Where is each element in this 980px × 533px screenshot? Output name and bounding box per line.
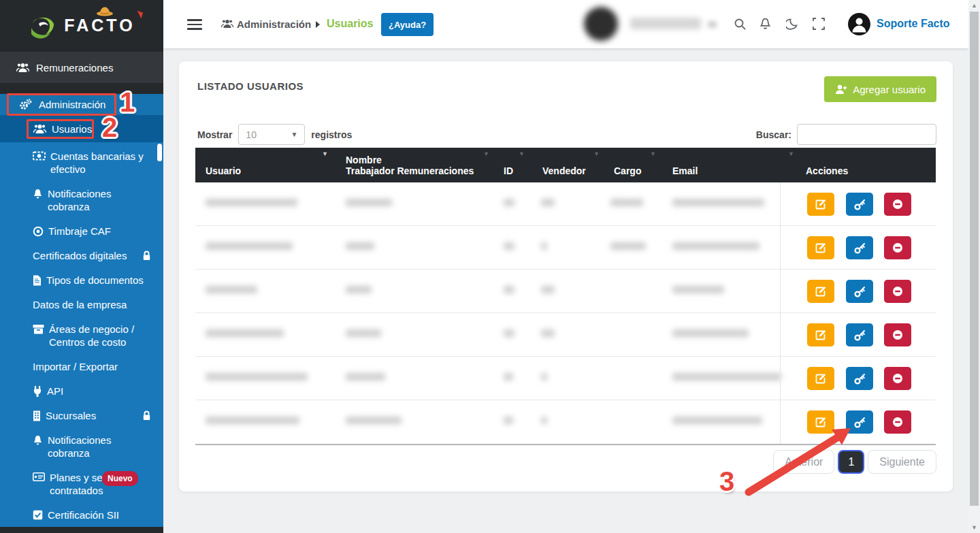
annotation-step-1: 1 [120,88,135,116]
redacted-cell-nombre [346,242,374,250]
disable-user-button[interactable] [884,323,911,346]
check-icon [33,510,43,520]
disable-user-button[interactable] [884,280,911,303]
pagination-next-button[interactable]: Siguiente [868,450,936,474]
redacted-cell-id [504,242,514,250]
page-scrollbar[interactable]: ▲ ▼ [968,0,980,533]
show-label: Mostrar [197,129,232,140]
sidebar-item-label: Timbraje CAF [48,225,111,238]
sidebar-item-importar-exportar[interactable]: Importar / Exportar [33,360,157,373]
fullscreen-icon[interactable] [813,18,825,30]
reset-password-button[interactable] [846,236,873,259]
nuevo-badge: Nuevo [102,471,138,486]
target-icon [33,226,44,237]
lock-icon [142,251,151,261]
scrollbar-thumb[interactable] [970,12,979,506]
redacted-cell-email [672,242,760,250]
table-row [195,226,936,270]
breadcrumb-section[interactable]: Administración [237,18,311,30]
bell-icon [33,189,43,199]
sidebar-item-areas-de-negocio-centros-de-costo[interactable]: Áreas de negocio / Centros de costo [33,323,157,349]
edit-user-button[interactable] [807,236,834,259]
column-header-acciones: Acciones [806,165,848,176]
redacted-cell-nombre [346,329,381,337]
add-user-button[interactable]: Agregar usuario [824,76,936,102]
redacted-cell-vendedor [541,329,555,337]
sidebar-item-remuneraciones[interactable]: Remuneraciones [0,52,163,83]
redacted-cell-id [504,417,513,424]
edit-user-button[interactable] [807,367,834,390]
support-user-label[interactable]: Soporte Facto [877,18,950,30]
sort-icon[interactable]: ▼ [788,150,794,157]
column-header-email[interactable]: Email [672,165,698,176]
edit-user-button[interactable] [807,193,834,216]
help-button[interactable]: ¿Ayuda? [381,13,434,36]
column-header-cargo[interactable]: Cargo [614,165,641,176]
sort-icon[interactable]: ▼ [650,150,656,157]
sidebar-item-datos-de-la-empresa[interactable]: Datos de la empresa [33,298,157,311]
logo-accent [135,10,142,18]
sidebar-item-sucursales[interactable]: Sucursales [33,409,157,422]
page-size-control: Mostrar 10 ▼ registros [197,124,352,145]
disable-user-button[interactable] [884,193,911,216]
menu-toggle-icon[interactable] [187,19,202,33]
sidebar-item-timbraje-caf[interactable]: Timbraje CAF [33,225,157,238]
sidebar-item-label: Certificación SII [48,508,119,521]
scroll-up-icon[interactable]: ▲ [968,2,980,9]
sort-icon[interactable]: ▼ [593,150,600,157]
redacted-cell-email [672,373,781,381]
redacted-cell-vendedor [541,417,547,424]
reset-password-button[interactable] [846,367,873,390]
breadcrumb-users-icon [221,19,233,29]
user-avatar[interactable] [848,13,870,35]
app-root: FACTO Remuneraciones [0,0,980,533]
dark-mode-moon-icon[interactable] [786,18,798,30]
page-size-select[interactable]: 10 ▼ [238,124,305,145]
sort-icon[interactable]: ▼ [483,150,489,157]
reset-password-button[interactable] [846,280,873,303]
sidebar-item-planes-y-servicios-contratados[interactable]: Planes y servicios contratadosNuevo [33,471,157,497]
sidebar-item-label: Notificaciones cobranza [48,187,152,213]
sidebar-item-label: Sucursales [46,409,96,422]
redacted-cell-usuario [206,286,257,293]
disable-user-button[interactable] [884,236,911,259]
disable-user-button[interactable] [884,410,911,434]
sidebar-item-cuentas-bancarias-y-efectivo[interactable]: Cuentas bancarias y efectivo [33,150,157,176]
reset-password-button[interactable] [846,193,873,216]
reset-password-button[interactable] [846,323,873,346]
disable-user-button[interactable] [884,367,911,390]
search-input[interactable] [797,124,936,145]
sidebar-item-tipos-de-documentos[interactable]: Tipos de documentos [33,274,157,287]
sidebar-scrollbar-thumb[interactable] [157,144,162,161]
redacted-cell-id [504,329,514,337]
redacted-cell-usuario [206,242,293,250]
column-header-usuario[interactable]: Usuario [206,165,241,176]
sidebar-item-certificados-digitales[interactable]: Certificados digitales [33,249,157,262]
logo-swirl-icon [28,10,58,40]
brand-logo[interactable]: FACTO [0,0,163,50]
sidebar-item-notificaciones-cobranza[interactable]: Notificaciones cobranza [33,434,157,459]
redacted-cell-cargo [610,199,643,206]
edit-user-button[interactable] [807,323,834,346]
column-header-vendedor[interactable]: Vendedor [542,165,586,176]
building-icon [33,410,41,421]
sidebar-item-label: Remuneraciones [36,62,113,74]
sidebar-item-label: API [47,385,63,398]
search-icon[interactable] [734,18,747,31]
sidebar-item-api[interactable]: API [33,385,157,398]
column-header-id[interactable]: ID [504,165,513,176]
sidebar-item-notificaciones-cobranza[interactable]: Notificaciones cobranza [33,187,157,213]
column-header-nombre[interactable]: NombreTrabajador Remuneraciones [346,155,474,176]
redacted-cell-vendedor [541,286,555,293]
sort-icon[interactable]: ▼ [322,150,328,157]
company-avatar-redacted[interactable] [584,7,618,41]
redacted-cell-nombre [346,286,372,293]
sort-icon[interactable]: ▼ [519,150,525,157]
notifications-bell-icon[interactable] [760,18,771,30]
edit-user-button[interactable] [807,280,834,303]
scroll-down-icon[interactable]: ▼ [968,524,980,531]
breadcrumb-caret-icon [316,21,320,28]
sidebar-item-certificacion-sii[interactable]: Certificación SII [33,508,157,521]
redacted-cell-id [504,199,514,206]
breadcrumb-current: Usuarios [327,18,373,30]
